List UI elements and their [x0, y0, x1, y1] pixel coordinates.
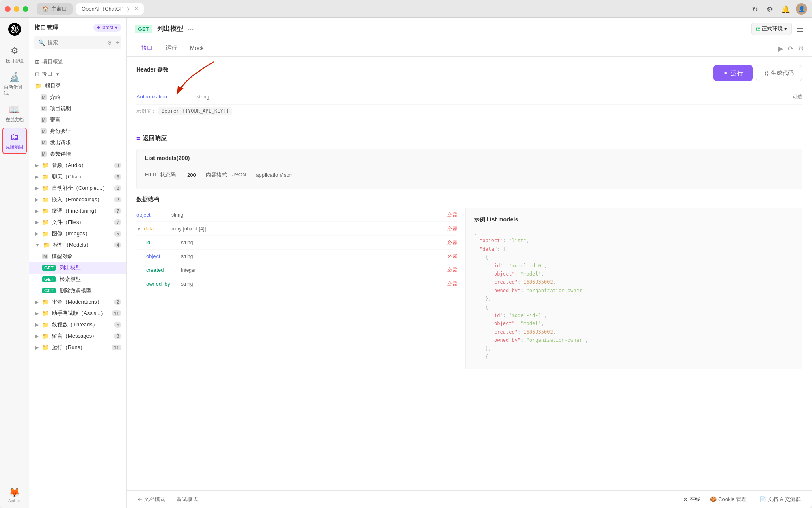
- tree-item-embeddings[interactable]: ▶ 📁 嵌入（Embeddings） 2: [29, 194, 126, 205]
- play-icon[interactable]: ▶: [778, 45, 783, 52]
- messages-badge: 8: [114, 333, 121, 339]
- section-buttons: ✦ 运行 ⟨⟩ 生成代码: [713, 65, 802, 81]
- app-logo: [8, 23, 21, 36]
- tab-interface[interactable]: 接口: [135, 40, 159, 56]
- search-bar[interactable]: 🔍 ⚙ ＋: [34, 36, 121, 49]
- tree-item-moderations[interactable]: ▶ 📁 审查（Moderations） 2: [29, 296, 126, 308]
- tree-item-models-label: 模型（Models）: [53, 241, 91, 249]
- run-button[interactable]: ✦ 运行: [713, 65, 753, 81]
- tree-item-audio[interactable]: ▶ 📁 音频（Audio） 3: [29, 160, 126, 171]
- tab-mock[interactable]: Mock: [184, 41, 210, 56]
- field-required-created: 必需: [447, 267, 457, 274]
- version-badge[interactable]: latest ▾: [93, 24, 121, 32]
- field-name-owned-by: owned_by: [146, 281, 179, 287]
- tree-item-auth[interactable]: M 身份验证: [29, 126, 126, 137]
- chat-badge: 3: [114, 174, 121, 180]
- tree-item-assistants-label: 助手测试版（Assis...）: [52, 310, 106, 317]
- refresh-icon-2[interactable]: ⟳: [788, 45, 793, 52]
- filter-icon[interactable]: ⚙: [107, 39, 112, 46]
- folder-icon-assistants: 📁: [42, 310, 49, 317]
- get-badge-delete: GET: [42, 288, 56, 293]
- tree-item-delete-model[interactable]: GET 删除微调模型: [29, 285, 126, 296]
- completions-badge: 2: [114, 185, 121, 191]
- doc-mode-label: 文档模式: [144, 496, 165, 503]
- doc-mode-button[interactable]: ⇐ 文档模式: [135, 494, 168, 505]
- page-title: 列出模型: [157, 25, 183, 33]
- close-tab-icon[interactable]: ✕: [134, 6, 138, 11]
- tree-item-threads[interactable]: ▶ 📁 线程数（Threads） 5: [29, 319, 126, 330]
- tree-interface-section[interactable]: ⊡ 接口 ▾: [29, 68, 126, 80]
- param-type-auth: string: [197, 93, 209, 100]
- param-required-auth: 可选: [793, 93, 802, 100]
- tab-home[interactable]: 🏠 主窗口: [37, 3, 73, 15]
- tree-item-chat[interactable]: ▶ 📁 聊天（Chat） 3: [29, 171, 126, 182]
- docs-community-button[interactable]: 📄 文档 & 交流群: [756, 494, 804, 505]
- tree-item-list-models[interactable]: GET 列出模型: [29, 262, 126, 274]
- folder-icon-files: 📁: [42, 219, 49, 226]
- add-icon[interactable]: ＋: [114, 38, 121, 47]
- tab-openai[interactable]: OpenAI（ChatGPT） ✕: [76, 3, 144, 15]
- tree-item-root[interactable]: 📁 根目录: [29, 80, 126, 91]
- assistants-badge: 11: [112, 310, 121, 316]
- tree-item-completions[interactable]: ▶ 📁 自动补全（Complet...） 2: [29, 182, 126, 194]
- tree-item-assistants[interactable]: ▶ 📁 助手测试版（Assis...） 11: [29, 308, 126, 319]
- sidebar-item-docs[interactable]: 📖 在线文档: [2, 101, 27, 126]
- field-data: ▼ data array [object {4}] 必需: [136, 222, 457, 236]
- expand-toggle-data[interactable]: ▼: [136, 226, 141, 232]
- tree-item-images[interactable]: ▶ 📁 图像（Images） 5: [29, 228, 126, 239]
- debug-mode-button[interactable]: 调试模式: [173, 494, 201, 505]
- tree-body: ⊞ 项目概览 ⊡ 接口 ▾ 📁 根目录 M 介绍: [29, 52, 126, 508]
- notification-icon[interactable]: 🔔: [781, 5, 789, 13]
- env-chevron-icon: ▾: [784, 26, 787, 32]
- search-input[interactable]: [48, 39, 104, 46]
- window-controls: [5, 6, 28, 12]
- tree-item-model-object[interactable]: M 模型对象: [29, 251, 126, 262]
- tree-project-overview[interactable]: ⊞ 项目概览: [29, 54, 126, 68]
- settings-icon-2[interactable]: ⚙: [798, 45, 804, 52]
- param-example-label: 示例值：: [136, 108, 156, 115]
- chevron-right-icon-9: ▶: [35, 310, 39, 316]
- tree-item-intro[interactable]: M 介绍: [29, 91, 126, 103]
- main-layout: ⚙ 接口管理 🔬 自动化测试 📖 在线文档 🗂 克隆项目 🦊 ApiFox: [0, 18, 812, 508]
- tree-item-messages[interactable]: ▶ 📁 留言（Messages） 8: [29, 330, 126, 342]
- field-type-created: integer: [181, 267, 196, 273]
- doc-icon-6: M: [41, 151, 47, 157]
- sidebar-item-autotest[interactable]: 🔬 自动化测试: [2, 69, 27, 100]
- section-header-row: Header 参数 ✦ 运行 ⟨⟩ 生成代码: [136, 65, 802, 81]
- gen-code-button[interactable]: ⟨⟩ 生成代码: [756, 65, 802, 81]
- tree-item-send-request[interactable]: M 发出请求: [29, 137, 126, 148]
- field-type-object-nested: string: [181, 254, 193, 259]
- tab-run[interactable]: 运行: [159, 40, 184, 56]
- more-options-icon[interactable]: ···: [188, 25, 194, 33]
- tree-item-models[interactable]: ▼ 📁 模型（Models） 4: [29, 239, 126, 251]
- tree-item-files[interactable]: ▶ 📁 文件（Files） 7: [29, 217, 126, 228]
- sidebar-clone-label: 克隆项目: [6, 144, 24, 150]
- sidebar-item-clone[interactable]: 🗂 克隆项目: [2, 128, 27, 154]
- minimize-dot[interactable]: [14, 6, 19, 12]
- status-response-label: List models(200): [145, 155, 794, 161]
- env-selector[interactable]: 正 正式环境 ▾: [751, 23, 792, 35]
- tree-item-project-desc[interactable]: M 项目说明: [29, 103, 126, 114]
- tree-item-runs[interactable]: ▶ 📁 运行（Runs） 11: [29, 342, 126, 353]
- tree-item-retrieve-model[interactable]: GET 检索模型: [29, 274, 126, 285]
- field-name-object-nested: object: [146, 253, 179, 259]
- tree-item-params[interactable]: M 参数详情: [29, 148, 126, 160]
- tree-item-foreword[interactable]: M 寄言: [29, 114, 126, 126]
- close-dot[interactable]: [5, 6, 11, 12]
- chevron-right-icon-3: ▶: [35, 185, 39, 191]
- maximize-dot[interactable]: [23, 6, 28, 12]
- run-label: 运行: [731, 69, 743, 77]
- sidebar-item-api[interactable]: ⚙ 接口管理: [2, 42, 27, 67]
- menu-icon[interactable]: ☰: [797, 24, 804, 34]
- tree-item-finetuning[interactable]: ▶ 📁 微调（Fine-tuning） 7: [29, 205, 126, 217]
- version-dot: [97, 26, 100, 29]
- cookie-button[interactable]: 🍪 Cookie 管理: [707, 494, 750, 505]
- cookie-label: Cookie 管理: [718, 496, 747, 503]
- avatar[interactable]: 👤: [796, 3, 807, 15]
- refresh-icon[interactable]: ↻: [752, 5, 760, 13]
- settings-icon[interactable]: ⚙: [767, 5, 775, 13]
- folder-icon-chat: 📁: [42, 174, 49, 180]
- tree-item-embeddings-label: 嵌入（Embeddings）: [52, 196, 102, 203]
- field-type-id: string: [181, 240, 193, 245]
- field-name-data: data: [144, 226, 168, 232]
